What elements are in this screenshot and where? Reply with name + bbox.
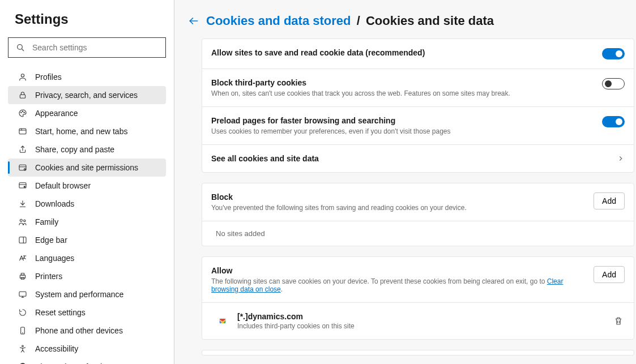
svg-point-4 xyxy=(21,112,22,113)
svg-rect-19 xyxy=(19,237,26,243)
toggle-switch[interactable] xyxy=(602,116,625,127)
sidebar-icon xyxy=(18,235,27,245)
block-desc: You've prevented the following sites fro… xyxy=(211,204,582,212)
sidebar-item-label: System and performance xyxy=(35,290,123,299)
allow-site-row: [*.]dynamics.comIncludes third-party coo… xyxy=(202,303,634,339)
phone-icon xyxy=(18,326,27,335)
setting-row: Block third-party cookiesWhen on, sites … xyxy=(202,69,634,107)
setting-row: Preload pages for faster browsing and se… xyxy=(202,107,634,145)
svg-rect-23 xyxy=(21,273,24,275)
sidebar-item-label: Phone and other devices xyxy=(35,326,123,335)
sidebar-item-label: Languages xyxy=(35,254,74,263)
svg-point-6 xyxy=(24,112,24,113)
reset-icon xyxy=(18,308,27,317)
sidebar-item-label: Family xyxy=(35,217,58,226)
search-input[interactable] xyxy=(8,37,166,58)
sidebar-item-user[interactable]: Profiles xyxy=(8,68,166,86)
sidebar-item-share[interactable]: Share, copy and paste xyxy=(8,140,166,159)
download-icon xyxy=(18,199,27,208)
lock-icon xyxy=(18,91,27,100)
settings-nav: ProfilesPrivacy, search, and servicesApp… xyxy=(8,68,166,364)
setting-row: Allow sites to save and read cookie data… xyxy=(202,39,634,69)
sidebar-item-system[interactable]: System and performance xyxy=(8,285,166,303)
share-icon xyxy=(18,145,27,154)
site-favicon-icon xyxy=(218,316,227,326)
main-content: Cookies and data stored / Cookies and si… xyxy=(174,0,636,364)
breadcrumb-separator: / xyxy=(357,14,360,28)
search-wrap xyxy=(8,37,166,58)
settings-sidebar: Settings ProfilesPrivacy, search, and se… xyxy=(0,0,174,364)
sidebar-item-browser[interactable]: Default browser xyxy=(8,177,166,195)
settings-title: Settings xyxy=(15,11,166,27)
block-add-button[interactable]: Add xyxy=(594,192,625,209)
breadcrumb: Cookies and data stored / Cookies and si… xyxy=(206,14,494,28)
cookie-settings-card: Allow sites to save and read cookie data… xyxy=(202,38,634,173)
palette-icon xyxy=(18,109,27,118)
svg-rect-3 xyxy=(20,95,25,98)
page-header: Cookies and data stored / Cookies and si… xyxy=(174,14,636,38)
site-note: Includes third-party cookies on this sit… xyxy=(237,322,613,330)
chevron-right-icon xyxy=(617,155,625,162)
setting-desc: When on, sites can't use cookies that tr… xyxy=(211,89,591,97)
allow-card: Allow The following sites can save cooki… xyxy=(202,256,634,340)
system-icon xyxy=(18,290,27,299)
block-empty-text: No sites added xyxy=(202,221,634,246)
svg-point-5 xyxy=(22,111,23,112)
sidebar-item-cookie[interactable]: Cookies and site permissions xyxy=(8,159,166,177)
svg-point-17 xyxy=(20,219,22,221)
user-icon xyxy=(18,72,27,82)
setting-desc: Uses cookies to remember your preference… xyxy=(211,127,591,135)
sidebar-item-label: Printers xyxy=(35,272,62,281)
allow-header-row: Allow The following sites can save cooki… xyxy=(202,257,634,303)
breadcrumb-parent-link[interactable]: Cookies and data stored xyxy=(206,14,351,28)
search-icon xyxy=(16,43,25,52)
svg-rect-25 xyxy=(19,292,26,296)
sidebar-item-accessibility[interactable]: Accessibility xyxy=(8,340,166,358)
extra-card xyxy=(202,350,634,356)
sidebar-item-sidebar[interactable]: Edge bar xyxy=(8,231,166,249)
tab-icon xyxy=(18,127,27,136)
see-all-label: See all cookies and site data xyxy=(211,154,319,163)
sidebar-item-tab[interactable]: Start, home, and new tabs xyxy=(8,122,166,140)
back-arrow-icon[interactable] xyxy=(188,15,199,27)
sidebar-item-label: Default browser xyxy=(35,181,91,190)
browser-icon xyxy=(18,181,27,190)
language-icon xyxy=(18,254,27,263)
see-all-cookies-link[interactable]: See all cookies and site data xyxy=(202,145,634,172)
sidebar-item-label: Accessibility xyxy=(35,344,78,353)
sidebar-item-edge[interactable]: About Microsoft Edge xyxy=(8,358,166,364)
sidebar-item-lock[interactable]: Privacy, search, and services xyxy=(8,86,166,104)
setting-title: Preload pages for faster browsing and se… xyxy=(211,116,591,125)
sidebar-item-label: Cookies and site permissions xyxy=(35,163,138,172)
toggle-switch[interactable] xyxy=(602,48,625,59)
block-title: Block xyxy=(211,192,582,202)
svg-point-2 xyxy=(21,74,24,77)
sidebar-item-printer[interactable]: Printers xyxy=(8,267,166,285)
cookie-icon xyxy=(18,163,27,172)
allow-add-button[interactable]: Add xyxy=(594,266,625,283)
sidebar-item-download[interactable]: Downloads xyxy=(8,195,166,213)
sidebar-item-label: Reset settings xyxy=(35,308,86,317)
block-card: Block You've prevented the following sit… xyxy=(202,183,634,246)
svg-rect-7 xyxy=(19,129,26,134)
site-domain: [*.]dynamics.com xyxy=(237,312,613,321)
block-header-row: Block You've prevented the following sit… xyxy=(202,183,634,221)
sidebar-item-family[interactable]: Family xyxy=(8,213,166,231)
sidebar-item-label: Edge bar xyxy=(35,235,67,245)
sidebar-item-phone[interactable]: Phone and other devices xyxy=(8,322,166,340)
svg-point-30 xyxy=(22,345,24,347)
printer-icon xyxy=(18,272,27,281)
svg-point-18 xyxy=(24,220,25,221)
sidebar-item-label: Profiles xyxy=(35,72,62,82)
svg-line-1 xyxy=(22,49,24,51)
sidebar-item-palette[interactable]: Appearance xyxy=(8,104,166,122)
sidebar-item-reset[interactable]: Reset settings xyxy=(8,303,166,322)
sidebar-item-language[interactable]: Languages xyxy=(8,249,166,267)
family-icon xyxy=(18,217,27,226)
svg-rect-22 xyxy=(20,275,25,278)
toggle-switch[interactable] xyxy=(602,78,625,89)
delete-icon[interactable] xyxy=(613,316,624,326)
svg-point-15 xyxy=(24,186,25,187)
sidebar-item-label: Start, home, and new tabs xyxy=(35,127,127,136)
allow-title: Allow xyxy=(211,266,582,275)
